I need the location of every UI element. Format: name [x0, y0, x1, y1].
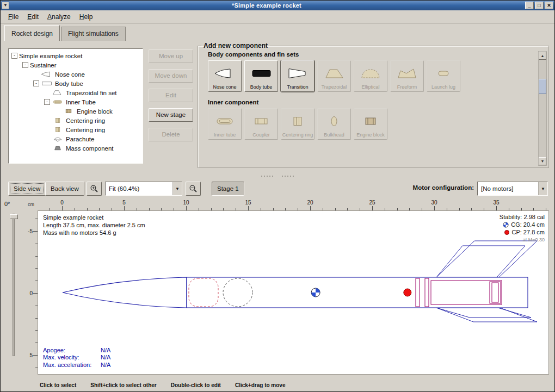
new-stage-button[interactable]: New stage [149, 108, 193, 122]
component-panel-scrollbar[interactable]: ▲ ▼ [538, 51, 547, 166]
tree-expander-icon[interactable]: - [22, 62, 28, 68]
transition-icon [287, 66, 309, 80]
tree-expander-icon[interactable]: - [33, 80, 39, 86]
tab-flight-simulations[interactable]: Flight simulations [61, 27, 126, 41]
maximize-button[interactable]: □ [535, 2, 544, 9]
add-centering-ring-button[interactable]: Centering ring [281, 108, 314, 140]
tree-item-label: Mass component [66, 145, 114, 152]
body-tube-icon [250, 66, 272, 80]
fin-bottom-far[interactable] [436, 308, 531, 318]
divider-grip-dot [285, 176, 286, 177]
motor-configuration-combo[interactable]: [No motors] ▼ [477, 182, 548, 196]
scroll-down-icon[interactable]: ▼ [539, 157, 546, 165]
tree-item-engine-block[interactable]: Engine block [10, 107, 141, 116]
inner-tube-icon [214, 110, 236, 132]
tree-item-label: Centering ring [66, 127, 105, 133]
component-button-label: Trapezoidal [322, 84, 347, 90]
add-elliptical-button[interactable]: Elliptical [354, 60, 387, 92]
ruler-label: 0 [60, 200, 64, 206]
combo-arrow-icon[interactable]: ▼ [538, 182, 547, 195]
rocket-canvas[interactable]: Simple example rocket Length 37.5 cm, ma… [38, 210, 549, 375]
rocket-info-block: Simple example rocket Length 37.5 cm, ma… [43, 214, 145, 237]
scroll-up-icon[interactable]: ▲ [539, 52, 546, 60]
divider-grip-dot [264, 176, 265, 177]
add-nose-cone-button[interactable]: Nose cone [208, 60, 242, 92]
add-transition-button[interactable]: Transition [281, 60, 314, 92]
nose-cone-icon [214, 66, 236, 80]
add-inner-tube-button[interactable]: Inner tube [208, 108, 242, 140]
body-tube-outline-icon [41, 80, 53, 87]
minimize-button[interactable]: _ [525, 2, 534, 9]
menu-file[interactable]: File [4, 11, 23, 22]
tree-item-inner-tube[interactable]: -Inner Tube [10, 97, 141, 107]
centering-ring-icon [52, 126, 64, 133]
add-launch-lug-button[interactable]: Launch lug [427, 60, 460, 92]
zoom-level-combo[interactable]: Fit (60.4%) ▼ [105, 182, 182, 196]
bulkhead-icon [323, 110, 345, 132]
rotation-slider[interactable] [13, 214, 15, 356]
ruler-label: 5 [122, 200, 126, 206]
split-pane-divider[interactable] [1, 173, 554, 179]
zoom-in-button[interactable] [87, 182, 102, 196]
menu-analyze[interactable]: Analyze [43, 11, 75, 22]
tree-action-buttons: Move upMove downEditNew stageDelete [149, 49, 193, 147]
stage-1-toggle[interactable]: Stage 1 [212, 182, 244, 196]
tree-item-trapezoidal-fin-set[interactable]: Trapezoidal fin set [10, 88, 141, 97]
add-trapezoidal-button[interactable]: Trapezoidal [317, 60, 351, 92]
tree-item-label: Engine block [77, 108, 113, 115]
component-button-label: Elliptical [361, 84, 379, 90]
component-button-label: Bulkhead [324, 132, 344, 138]
menu-help[interactable]: Help [75, 11, 97, 22]
tree-item-sustainer[interactable]: -Sustainer [10, 60, 141, 70]
back-view-button[interactable]: Back view [45, 182, 84, 196]
tab-rocket-design[interactable]: Rocket design [4, 25, 60, 41]
rotation-slider-handle[interactable] [10, 214, 18, 219]
status-hint: Click to select [40, 382, 76, 388]
fin-top-far[interactable] [436, 246, 525, 277]
body-tube-shape[interactable] [187, 277, 528, 308]
tree-expander-icon[interactable]: - [11, 53, 17, 59]
delete-button[interactable]: Delete [149, 128, 193, 141]
tree-item-parachute[interactable]: Parachute [10, 134, 141, 144]
combo-arrow-icon[interactable]: ▼ [172, 182, 182, 195]
tree-item-label: Trapezoidal fin set [66, 90, 117, 96]
add-body-tube-button[interactable]: Body tube [244, 60, 278, 92]
tree-item-body-tube[interactable]: -Body tube [10, 79, 141, 88]
status-hint: Shift+click to select other [90, 382, 156, 388]
add-coupler-button[interactable]: Coupler [244, 108, 278, 140]
stability-value: Stability: 2.98 cal [499, 213, 545, 221]
nose-cone-icon [41, 71, 53, 78]
view-toolbar: Side view Back view Fit (60.4%) ▼ Stage … [1, 179, 554, 198]
add-freeform-button[interactable]: Freeform [390, 60, 424, 92]
component-tree[interactable]: -Simple example rocket-SustainerNose con… [8, 48, 143, 164]
freeform-icon [396, 63, 418, 84]
cg-marker [311, 288, 320, 297]
menu-edit[interactable]: Edit [23, 11, 43, 22]
titlebar[interactable]: ▼ *Simple example rocket _ □ ✕ [1, 1, 554, 10]
ruler-tick [310, 206, 311, 210]
side-view-button[interactable]: Side view [8, 182, 46, 196]
tree-item-centering-ring[interactable]: Centering ring [10, 116, 141, 125]
edit-button[interactable]: Edit [149, 89, 193, 102]
move-down-button[interactable]: Move down [149, 69, 193, 83]
component-button-label: Body tube [250, 84, 273, 90]
cg-value: CG: 20.4 cm [511, 221, 545, 228]
design-upper-pane: -Simple example rocket-SustainerNose con… [1, 41, 554, 173]
tree-item-centering-ring[interactable]: Centering ring [10, 125, 141, 134]
tree-item-nose-cone[interactable]: Nose cone [10, 70, 141, 79]
tree-item-label: Simple example rocket [19, 53, 82, 59]
nose-cone-shape[interactable] [63, 277, 187, 308]
tree-item-mass-component[interactable]: Mass component [10, 144, 141, 153]
ruler-tick [33, 355, 38, 356]
cp-legend-icon [504, 230, 509, 235]
move-up-button[interactable]: Move up [149, 49, 193, 63]
close-button[interactable]: ✕ [545, 2, 553, 9]
add-bulkhead-button[interactable]: Bulkhead [317, 108, 351, 140]
tree-expander-icon[interactable]: - [44, 99, 50, 105]
window-menu-icon[interactable]: ▼ [2, 2, 9, 9]
scrollbar-thumb[interactable] [539, 79, 546, 94]
centering-ring-icon [287, 110, 309, 132]
zoom-out-button[interactable] [186, 182, 201, 196]
add-engine-block-button[interactable]: Engine block [354, 108, 387, 140]
tree-item-simple-example-rocket[interactable]: -Simple example rocket [10, 51, 141, 60]
